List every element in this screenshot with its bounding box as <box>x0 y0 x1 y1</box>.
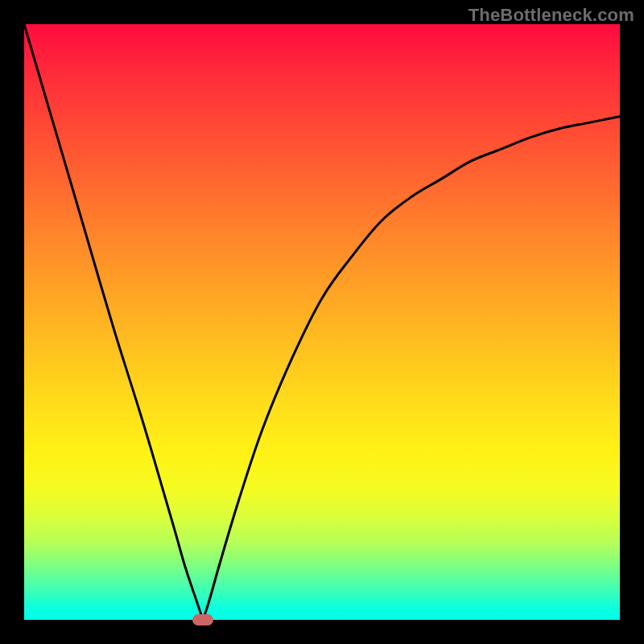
chart-frame: TheBottleneck.com <box>0 0 644 644</box>
plot-area <box>24 24 620 620</box>
curve-svg <box>24 24 620 620</box>
bottleneck-curve <box>24 24 620 620</box>
watermark-label: TheBottleneck.com <box>469 5 634 26</box>
minimum-marker <box>192 614 213 625</box>
